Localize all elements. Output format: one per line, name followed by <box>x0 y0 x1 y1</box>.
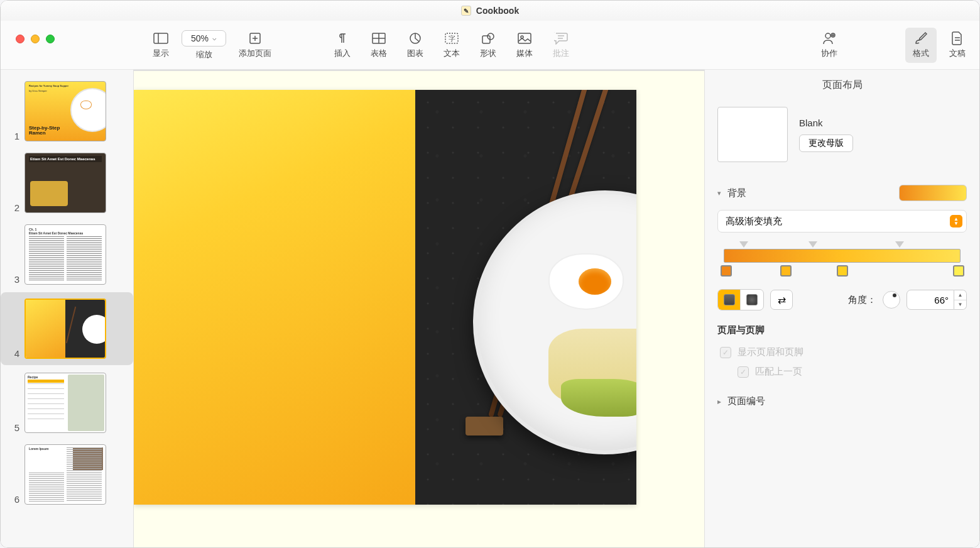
thumbnail-row[interactable]: 5 Recipe <box>1 369 133 437</box>
angle-input[interactable]: 66° <box>906 290 954 310</box>
window-controls <box>16 35 55 43</box>
add-page-label: 添加页面 <box>239 48 271 59</box>
page-thumbnail-6[interactable]: Lorem Ipsum <box>24 444 106 505</box>
header-footer-title: 页眉与页脚 <box>717 310 967 342</box>
shape-button[interactable]: 形状 <box>472 28 504 63</box>
chevron-right-icon: ▸ <box>717 397 721 406</box>
gradient-midpoint-handle[interactable] <box>739 241 748 248</box>
media-button[interactable]: 媒体 <box>509 28 540 63</box>
master-name: Blank <box>799 118 853 128</box>
page-thumbnail-1[interactable]: Recipes for Yummy Soup Supper by Ursa Se… <box>24 81 106 141</box>
close-window-button[interactable] <box>16 35 24 43</box>
background-section-header[interactable]: ▾ 背景 <box>717 180 967 206</box>
media-label: 媒体 <box>516 48 533 59</box>
chevron-down-icon: ⌵ <box>212 34 217 42</box>
page-thumbnail-3[interactable]: Ch. 1Etiam Sit Amet Est Donec Maecenas <box>24 224 106 285</box>
maximize-window-button[interactable] <box>46 35 55 43</box>
document-icon: ✎ <box>461 6 471 16</box>
pilcrow-icon <box>334 31 351 45</box>
gradient-midpoint-handle[interactable] <box>895 241 904 248</box>
match-previous-checkbox[interactable]: ✓ 匹配上一页 <box>717 362 967 381</box>
text-button[interactable]: 字 文本 <box>436 28 467 63</box>
titlebar: ✎ Cookbook <box>1 1 979 21</box>
page-thumbnails-sidebar[interactable]: 1 Recipes for Yummy Soup Supper by Ursa … <box>1 70 134 547</box>
gradient-type-toggle[interactable] <box>717 289 764 310</box>
zoom-select[interactable]: 50% ⌵ <box>182 30 226 47</box>
format-inspector: 页面布局 Blank 更改母版 ▾ 背景 <box>704 70 979 547</box>
linear-gradient-option[interactable] <box>718 290 741 310</box>
canvas-area[interactable] <box>134 70 704 547</box>
image-icon <box>516 31 533 45</box>
gradient-color-stop[interactable] <box>953 265 964 277</box>
inspector-title: 页面布局 <box>705 70 979 101</box>
comment-icon <box>553 31 569 45</box>
checkbox-icon: ✓ <box>720 347 731 358</box>
radial-gradient-option[interactable] <box>741 290 763 310</box>
textbox-icon: 字 <box>444 31 460 45</box>
shape-label: 形状 <box>480 48 496 59</box>
checkbox-label: 匹配上一页 <box>755 366 802 378</box>
angle-dial[interactable] <box>883 291 900 309</box>
zoom-label: 缩放 <box>196 49 212 60</box>
brush-icon <box>913 31 929 45</box>
svg-text:字: 字 <box>449 35 455 42</box>
document-button[interactable]: 文稿 <box>942 28 973 63</box>
gradient-color-stop[interactable] <box>837 265 848 277</box>
document-page-icon <box>949 31 966 45</box>
table-button[interactable]: 表格 <box>363 28 395 63</box>
comment-button[interactable]: 批注 <box>545 28 577 63</box>
insert-button[interactable]: 插入 <box>327 28 358 63</box>
add-page-button[interactable]: 添加页面 <box>231 28 279 63</box>
shape-icon <box>480 31 496 45</box>
flip-gradient-button[interactable]: ⇄ <box>770 290 793 310</box>
page-thumbnail-5[interactable]: Recipe <box>24 373 106 433</box>
gradient-swatch[interactable] <box>899 185 967 201</box>
piechart-icon <box>407 31 423 45</box>
page-number: 1 <box>7 131 19 141</box>
thumbnail-row[interactable]: 1 Recipes for Yummy Soup Supper by Ursa … <box>1 77 133 145</box>
gradient-color-stop[interactable] <box>721 265 732 277</box>
gradient-bar[interactable] <box>724 249 961 263</box>
insert-label: 插入 <box>334 48 351 59</box>
page-thumbnail-4[interactable] <box>24 299 106 359</box>
format-button[interactable]: 格式 <box>905 28 937 63</box>
stepper-up-icon[interactable]: ▲ <box>954 290 966 300</box>
page-image-half <box>415 90 636 505</box>
chevron-down-icon: ▾ <box>717 189 721 197</box>
svg-rect-13 <box>518 33 531 43</box>
view-button[interactable]: 显示 <box>145 28 177 63</box>
collab-label: 协作 <box>821 48 837 59</box>
page-thumbnail-2[interactable]: Etiam Sit Amet Est Donec Maecenas <box>24 153 106 213</box>
show-header-footer-checkbox[interactable]: ✓ 显示页眉和页脚 <box>717 342 967 362</box>
view-label: 显示 <box>153 48 169 59</box>
document-page[interactable] <box>134 90 636 505</box>
page-number-section-header[interactable]: ▸ 页面编号 <box>717 381 967 411</box>
thumbnail-row[interactable]: 3 Ch. 1Etiam Sit Amet Est Donec Maecenas <box>1 221 133 288</box>
page-number-label: 页面编号 <box>727 395 765 407</box>
thumbnail-row[interactable]: 2 Etiam Sit Amet Est Donec Maecenas <box>1 149 133 217</box>
fill-type-select[interactable]: 高级渐变填充 ▲▼ <box>717 210 967 233</box>
person-plus-icon <box>821 31 837 45</box>
select-caret-icon: ▲▼ <box>950 215 962 227</box>
table-label: 表格 <box>371 48 387 59</box>
svg-point-17 <box>825 33 830 38</box>
stepper-down-icon[interactable]: ▼ <box>954 300 966 310</box>
thumbnail-row[interactable]: 4 <box>1 292 133 365</box>
sidebar-icon <box>153 31 169 45</box>
gradient-midpoint-handle[interactable] <box>808 241 817 248</box>
gradient-editor[interactable] <box>717 241 967 280</box>
angle-label: 角度： <box>848 294 876 306</box>
thumbnail-row[interactable]: 6 Lorem Ipsum <box>1 441 133 508</box>
angle-stepper[interactable]: ▲ ▼ <box>954 290 967 310</box>
comment-label: 批注 <box>553 48 569 59</box>
change-master-button[interactable]: 更改母版 <box>799 134 853 152</box>
window-title: Cookbook <box>476 6 519 16</box>
gradient-color-stop[interactable] <box>780 265 792 277</box>
zoom-value: 50% <box>191 33 209 43</box>
checkbox-label: 显示页眉和页脚 <box>738 346 803 358</box>
minimize-window-button[interactable] <box>31 35 40 43</box>
page-number: 6 <box>7 494 19 505</box>
collab-button[interactable]: 协作 <box>814 28 845 63</box>
format-label: 格式 <box>913 48 929 59</box>
chart-button[interactable]: 图表 <box>400 28 431 63</box>
